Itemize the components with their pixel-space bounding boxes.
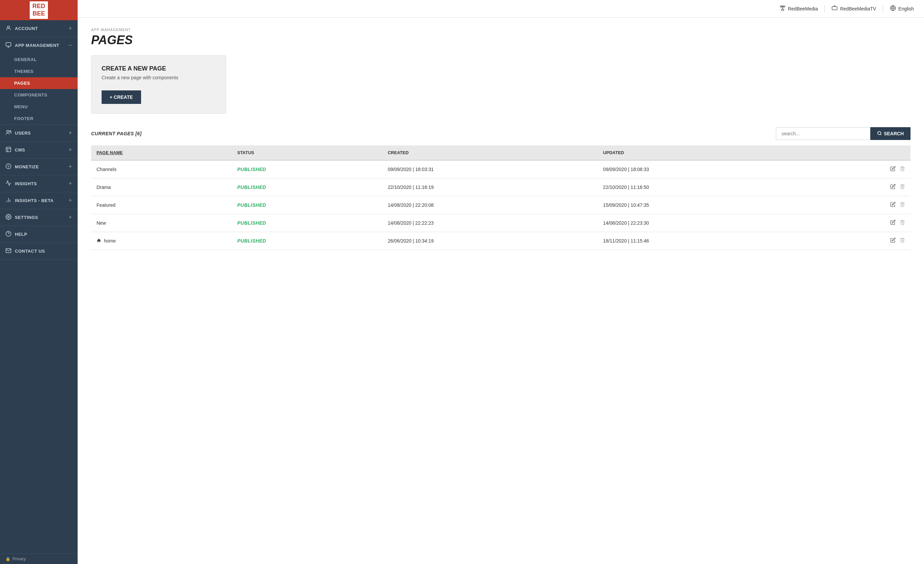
delete-icon[interactable] bbox=[900, 220, 905, 226]
cell-page-name: Channels bbox=[91, 160, 232, 178]
users-icon bbox=[5, 130, 12, 137]
sidebar: RED BEE ACCOUNT+APP MANAGEMENT−GENERALTH… bbox=[0, 0, 78, 564]
delete-icon[interactable] bbox=[900, 202, 905, 208]
cell-status: PUBLISHED bbox=[232, 214, 382, 232]
table-header-row: PAGE NAME STATUS CREATED UPDATED bbox=[91, 145, 910, 160]
cell-actions bbox=[813, 196, 910, 214]
insights-icon bbox=[5, 180, 12, 187]
create-card-description: Create a new page with components bbox=[102, 75, 216, 80]
sidebar-label-help: HELP bbox=[15, 232, 27, 237]
edit-icon[interactable] bbox=[890, 238, 896, 244]
cell-updated: 09/09/2020 | 18:08:33 bbox=[598, 160, 813, 178]
sidebar-item-contact-us[interactable]: CONTACT US bbox=[0, 243, 78, 259]
topbar-org[interactable]: RedBeeMedia bbox=[780, 5, 825, 12]
svg-line-21 bbox=[880, 134, 882, 135]
breadcrumb: APP MANAGEMENT bbox=[91, 28, 910, 32]
content-area: APP MANAGEMENT PAGES CREATE A NEW PAGE C… bbox=[78, 18, 924, 564]
edit-icon[interactable] bbox=[890, 166, 896, 173]
status-badge: PUBLISHED bbox=[237, 238, 266, 244]
plus-icon[interactable]: + bbox=[69, 130, 72, 137]
minus-icon[interactable]: − bbox=[69, 42, 72, 49]
sidebar-label-insights-beta: INSIGHTS - BETA bbox=[15, 198, 54, 203]
sidebar-section-users: USERS+ bbox=[0, 125, 78, 142]
plus-icon[interactable]: + bbox=[69, 147, 72, 154]
sidebar-section-help: HELP bbox=[0, 226, 78, 243]
sidebar-item-help[interactable]: HELP bbox=[0, 226, 78, 242]
delete-icon[interactable] bbox=[900, 184, 905, 191]
sidebar-label-contact-us: CONTACT US bbox=[15, 248, 45, 254]
cell-status: PUBLISHED bbox=[232, 232, 382, 250]
delete-icon[interactable] bbox=[900, 238, 905, 244]
topbar-tv[interactable]: RedBeeMediaTV bbox=[831, 5, 883, 12]
current-pages-label: CURRENT PAGES [6] bbox=[91, 131, 142, 136]
table-row: NewPUBLISHED14/08/2020 | 22:22:2314/08/2… bbox=[91, 214, 910, 232]
cell-page-name: Featured bbox=[91, 196, 232, 214]
sidebar-item-settings[interactable]: SETTINGS+ bbox=[0, 209, 78, 226]
search-button[interactable]: SEARCH bbox=[870, 127, 910, 140]
sidebar-item-account[interactable]: ACCOUNT+ bbox=[0, 20, 78, 37]
sidebar-section-insights: INSIGHTS+ bbox=[0, 175, 78, 192]
svg-point-3 bbox=[9, 130, 11, 132]
cell-updated: 22/10/2020 | 11:16:50 bbox=[598, 178, 813, 196]
sidebar-child-components[interactable]: COMPONENTS bbox=[0, 89, 78, 101]
delete-icon[interactable] bbox=[900, 166, 905, 173]
cell-updated: 14/08/2020 | 22:23:30 bbox=[598, 214, 813, 232]
col-page-name[interactable]: PAGE NAME bbox=[91, 145, 232, 160]
edit-icon[interactable] bbox=[890, 202, 896, 208]
table-header-section: CURRENT PAGES [6] SEARCH bbox=[91, 127, 910, 140]
sidebar-child-pages[interactable]: PAGES bbox=[0, 77, 78, 89]
sidebar-child-menu[interactable]: MENU bbox=[0, 101, 78, 113]
search-input[interactable] bbox=[776, 127, 870, 140]
home-icon bbox=[96, 238, 101, 244]
col-updated: UPDATED bbox=[598, 145, 813, 160]
plus-icon[interactable]: + bbox=[69, 214, 72, 221]
plus-icon[interactable]: + bbox=[69, 197, 72, 204]
sidebar-label-insights: INSIGHTS bbox=[15, 181, 37, 186]
help-icon bbox=[5, 231, 12, 238]
sidebar-section-cms: CMS+ bbox=[0, 142, 78, 159]
brand-logo: RED BEE bbox=[30, 1, 48, 19]
sidebar-child-themes[interactable]: THEMES bbox=[0, 66, 78, 77]
logo[interactable]: RED BEE bbox=[0, 0, 78, 20]
svg-rect-1 bbox=[6, 42, 11, 46]
status-badge: PUBLISHED bbox=[237, 220, 266, 226]
insights-beta-icon bbox=[5, 197, 12, 204]
sidebar-item-monetize[interactable]: MONETIZE+ bbox=[0, 159, 78, 175]
topbar-lang[interactable]: English bbox=[890, 5, 914, 12]
edit-icon[interactable] bbox=[890, 220, 896, 226]
sidebar-item-insights-beta[interactable]: INSIGHTS - BETA+ bbox=[0, 192, 78, 209]
table-row: FeaturedPUBLISHED14/08/2020 | 22:20:0815… bbox=[91, 196, 910, 214]
sidebar-section-app-management: APP MANAGEMENT−GENERALTHEMESPAGESCOMPONE… bbox=[0, 37, 78, 125]
privacy-bar: 🔒 Privacy bbox=[0, 554, 78, 564]
edit-icon[interactable] bbox=[890, 184, 896, 191]
search-icon bbox=[877, 131, 882, 137]
table-row: homePUBLISHED26/06/2020 | 10:34:1918/11/… bbox=[91, 232, 910, 250]
svg-point-9 bbox=[8, 216, 9, 218]
pages-table: PAGE NAME STATUS CREATED UPDATED Channel… bbox=[91, 145, 910, 250]
plus-icon[interactable]: + bbox=[69, 25, 72, 32]
sidebar-children-app-management: GENERALTHEMESPAGESCOMPONENTSMENUFOOTER bbox=[0, 54, 78, 124]
cell-status: PUBLISHED bbox=[232, 196, 382, 214]
sidebar-item-users[interactable]: USERS+ bbox=[0, 125, 78, 141]
account-icon bbox=[5, 25, 12, 32]
page-title: PAGES bbox=[91, 33, 910, 47]
sidebar-item-cms[interactable]: CMS+ bbox=[0, 142, 78, 158]
sidebar-item-insights[interactable]: INSIGHTS+ bbox=[0, 175, 78, 192]
sidebar-child-general[interactable]: GENERAL bbox=[0, 54, 78, 66]
sidebar-child-footer[interactable]: FOOTER bbox=[0, 113, 78, 124]
plus-icon[interactable]: + bbox=[69, 163, 72, 171]
search-button-label: SEARCH bbox=[884, 131, 904, 136]
tv-label: RedBeeMediaTV bbox=[840, 6, 876, 12]
plus-icon[interactable]: + bbox=[69, 180, 72, 187]
lock-icon: 🔒 bbox=[5, 557, 10, 561]
lang-label: English bbox=[898, 6, 914, 12]
cell-actions bbox=[813, 214, 910, 232]
cell-status: PUBLISHED bbox=[232, 178, 382, 196]
col-created: CREATED bbox=[382, 145, 598, 160]
search-area: SEARCH bbox=[776, 127, 910, 140]
svg-rect-4 bbox=[6, 147, 11, 152]
create-card-title: CREATE A NEW PAGE bbox=[102, 65, 216, 72]
sidebar-item-app-management[interactable]: APP MANAGEMENT− bbox=[0, 37, 78, 54]
create-page-button[interactable]: + CREATE bbox=[102, 90, 141, 104]
sidebar-section-account: ACCOUNT+ bbox=[0, 20, 78, 37]
